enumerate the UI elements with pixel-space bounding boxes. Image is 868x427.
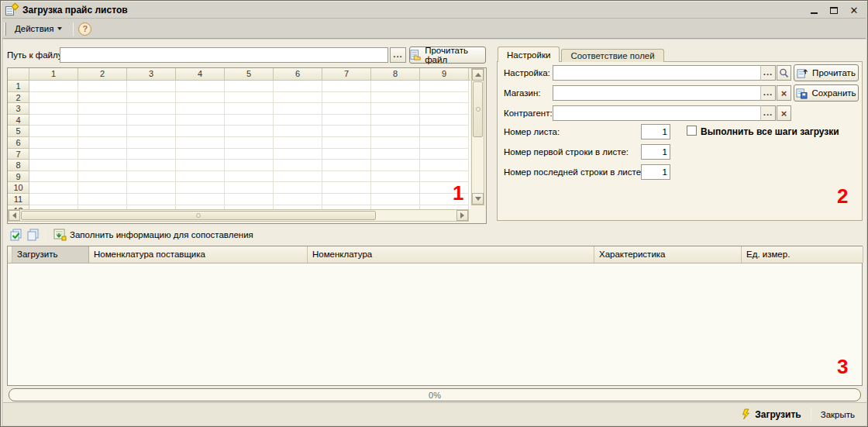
grid-cell[interactable] <box>420 92 469 104</box>
magazin-input[interactable] <box>553 85 776 101</box>
grid-cell[interactable] <box>78 149 127 160</box>
grid-cell[interactable] <box>127 115 176 126</box>
grid-cell[interactable] <box>29 115 78 126</box>
grid-cell[interactable] <box>371 115 420 126</box>
grid-cell[interactable] <box>371 149 420 160</box>
first-row-input[interactable] <box>641 144 670 160</box>
grid-cell[interactable] <box>274 194 322 205</box>
scroll-up-button[interactable] <box>472 69 484 81</box>
grid-cell[interactable] <box>78 92 127 104</box>
grid-cell[interactable] <box>225 160 274 171</box>
grid-cell[interactable] <box>322 194 371 205</box>
grid-cell[interactable] <box>176 92 225 104</box>
file-path-input[interactable] <box>60 47 388 63</box>
grid-cell[interactable] <box>371 92 420 104</box>
grid-cell[interactable] <box>29 194 78 205</box>
grid-cell[interactable] <box>420 149 469 160</box>
grid-cell[interactable] <box>420 115 469 126</box>
grid-cell[interactable] <box>322 137 371 149</box>
close-button[interactable]: ✕ <box>849 5 859 15</box>
grid-row-header[interactable]: 5 <box>8 126 29 137</box>
grid-row-header[interactable]: 1 <box>8 81 29 92</box>
grid-cell[interactable] <box>176 160 225 171</box>
grid-cell[interactable] <box>274 126 322 137</box>
grid-cell[interactable] <box>274 182 322 194</box>
nastrojka-search-button[interactable] <box>777 65 791 81</box>
grid-cell[interactable] <box>78 137 127 149</box>
grid-cell[interactable] <box>371 182 420 194</box>
grid-cell[interactable] <box>322 103 371 115</box>
grid-column-header[interactable]: 8 <box>371 68 420 81</box>
grid-cell[interactable] <box>127 194 176 205</box>
grid-cell[interactable] <box>322 115 371 126</box>
kontragent-clear-button[interactable]: × <box>777 105 791 121</box>
grid-cell[interactable] <box>371 160 420 171</box>
grid-cell[interactable] <box>322 92 371 104</box>
grid-column-header[interactable]: 5 <box>225 68 274 81</box>
grid-cell[interactable] <box>29 182 78 194</box>
grid-cell[interactable] <box>322 160 371 171</box>
magazin-clear-button[interactable]: × <box>777 85 791 101</box>
grid-cell[interactable] <box>78 171 127 183</box>
grid-cell[interactable] <box>127 126 176 137</box>
grid-cell[interactable] <box>176 103 225 115</box>
grid-row-header[interactable]: 6 <box>8 137 29 149</box>
grid-cell[interactable] <box>225 115 274 126</box>
grid-cell[interactable] <box>225 182 274 194</box>
mapping-column-header[interactable]: Ед. измер. <box>742 246 863 263</box>
vertical-scroll-thumb[interactable] <box>473 81 483 137</box>
grid-column-header[interactable]: 7 <box>322 68 371 81</box>
grid-cell[interactable] <box>371 81 420 92</box>
grid-horizontal-scrollbar[interactable] <box>8 209 469 222</box>
sheet-number-input[interactable] <box>641 124 670 139</box>
grid-column-header[interactable]: 6 <box>274 68 322 81</box>
save-settings-button[interactable]: Сохранить <box>794 84 859 102</box>
grid-row-header[interactable]: 10 <box>8 182 29 194</box>
grid-cell[interactable] <box>274 171 322 183</box>
grid-cell[interactable] <box>29 126 78 137</box>
grid-cell[interactable] <box>29 81 78 92</box>
run-all-steps-checkbox[interactable] <box>687 126 697 136</box>
grid-cell[interactable] <box>371 103 420 115</box>
grid-cell[interactable] <box>127 92 176 104</box>
kontragent-browse-button[interactable]: ... <box>760 105 776 121</box>
grid-column-header[interactable]: 2 <box>78 68 127 81</box>
grid-cell[interactable] <box>176 194 225 205</box>
grid-cell[interactable] <box>78 160 127 171</box>
deselect-all-rows-button[interactable] <box>24 227 41 243</box>
grid-cell[interactable] <box>127 81 176 92</box>
grid-cell[interactable] <box>176 81 225 92</box>
grid-column-header[interactable]: 9 <box>420 68 469 81</box>
grid-cell[interactable] <box>29 160 78 171</box>
grid-column-header[interactable]: 3 <box>127 68 176 81</box>
tab-settings[interactable]: Настройки <box>498 46 560 62</box>
grid-cell[interactable] <box>176 182 225 194</box>
grid-cell[interactable] <box>371 171 420 183</box>
grid-row-header[interactable]: 8 <box>8 160 29 171</box>
grid-cell[interactable] <box>274 115 322 126</box>
grid-corner-cell[interactable] <box>8 68 29 81</box>
grid-column-header[interactable]: 4 <box>176 68 225 81</box>
mapping-column-header[interactable]: Номенклатура <box>308 246 594 263</box>
read-file-button[interactable]: Прочитать файл <box>409 46 486 64</box>
grid-cell[interactable] <box>176 149 225 160</box>
grid-cell[interactable] <box>225 149 274 160</box>
grid-cell[interactable] <box>420 137 469 149</box>
grid-cell[interactable] <box>127 171 176 183</box>
grid-cell[interactable] <box>225 92 274 104</box>
grid-cell[interactable] <box>78 115 127 126</box>
grid-cell[interactable] <box>127 137 176 149</box>
load-button[interactable]: Загрузить <box>732 405 808 423</box>
actions-menu-button[interactable]: Действия <box>9 21 68 36</box>
maximize-button[interactable] <box>828 5 839 15</box>
grid-cell[interactable] <box>274 81 322 92</box>
grid-row-header[interactable]: 4 <box>8 115 29 126</box>
mapping-column-header[interactable]: Загрузить <box>12 246 89 263</box>
grid-cell[interactable] <box>420 160 469 171</box>
grid-row-header[interactable]: 11 <box>8 194 29 205</box>
grid-cell[interactable] <box>29 103 78 115</box>
grid-row-header[interactable]: 9 <box>8 171 29 183</box>
file-browse-button[interactable]: ... <box>390 47 406 63</box>
grid-cell[interactable] <box>322 171 371 183</box>
grid-cell[interactable] <box>127 182 176 194</box>
